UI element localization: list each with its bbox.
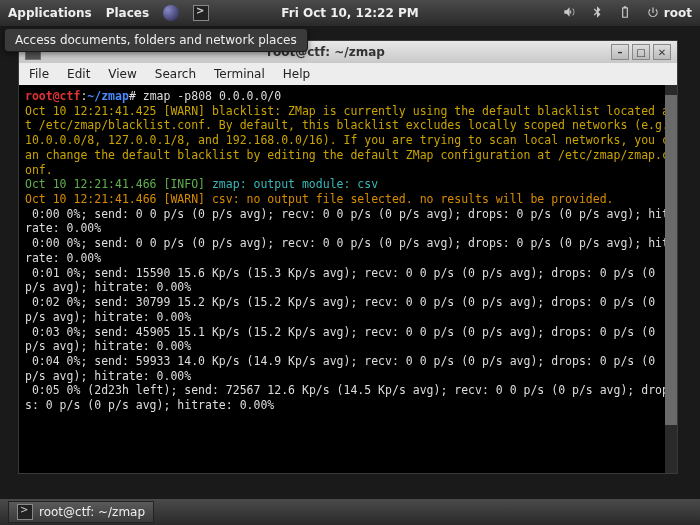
menu-help[interactable]: Help [283,67,310,81]
launcher-icon[interactable] [163,5,179,21]
panel-clock[interactable]: Fri Oct 10, 12:22 PM [281,6,418,20]
stat-line: 0:00 0%; send: 0 0 p/s (0 p/s avg); recv… [25,236,669,265]
terminal-icon [17,504,33,520]
terminal-body[interactable]: root@ctf:~/zmap# zmap -p808 0.0.0.0/0 Oc… [19,85,677,473]
command-text: zmap -p808 0.0.0.0/0 [143,89,281,103]
power-icon [646,6,660,20]
user-menu[interactable]: root [646,6,692,20]
menu-search[interactable]: Search [155,67,196,81]
warn-line-2: Oct 10 12:21:41.466 [WARN] csv: no outpu… [25,192,614,206]
stat-line: 0:02 0%; send: 30799 15.2 Kp/s (15.2 Kp/… [25,295,662,324]
top-panel: Applications Places Fri Oct 10, 12:22 PM… [0,0,700,26]
info-line-1b: zmap: output module: csv [212,177,378,191]
window-maximize-button[interactable]: □ [632,44,650,60]
menu-edit[interactable]: Edit [67,67,90,81]
menu-terminal[interactable]: Terminal [214,67,265,81]
places-tooltip: Access documents, folders and network pl… [4,28,308,52]
volume-icon[interactable] [562,5,576,22]
battery-icon[interactable] [618,5,632,22]
terminal-menubar: File Edit View Search Terminal Help [19,63,677,85]
menu-view[interactable]: View [108,67,136,81]
menu-applications[interactable]: Applications [8,6,92,20]
terminal-scrollbar-thumb[interactable] [665,95,677,425]
user-label: root [664,6,692,20]
window-minimize-button[interactable]: – [611,44,629,60]
menu-places[interactable]: Places [106,6,149,20]
stat-line: 0:01 0%; send: 15590 15.6 Kp/s (15.3 Kp/… [25,266,662,295]
stat-line: 0:00 0%; send: 0 0 p/s (0 p/s avg); recv… [25,207,669,236]
terminal-window: root@ctf: ~/zmap – □ ✕ File Edit View Se… [18,40,678,474]
bottom-panel: root@ctf: ~/zmap [0,499,700,525]
stat-line: 0:03 0%; send: 45905 15.1 Kp/s (15.2 Kp/… [25,325,662,354]
window-close-button[interactable]: ✕ [653,44,671,60]
stat-line: 0:04 0%; send: 59933 14.0 Kp/s (14.9 Kp/… [25,354,662,383]
info-line-1a: Oct 10 12:21:41.466 [INFO] [25,177,212,191]
menu-file[interactable]: File [29,67,49,81]
bluetooth-icon[interactable] [590,5,604,22]
prompt-path: ~/zmap [87,89,129,103]
terminal-launcher-icon[interactable] [193,5,209,21]
warn-line-1: Oct 10 12:21:41.425 [WARN] blacklist: ZM… [25,104,676,177]
prompt-user: root@ctf [25,89,80,103]
taskbar-label: root@ctf: ~/zmap [39,505,145,519]
stat-line: 0:05 0% (2d23h left); send: 72567 12.6 K… [25,383,669,412]
taskbar-terminal-button[interactable]: root@ctf: ~/zmap [8,501,154,523]
